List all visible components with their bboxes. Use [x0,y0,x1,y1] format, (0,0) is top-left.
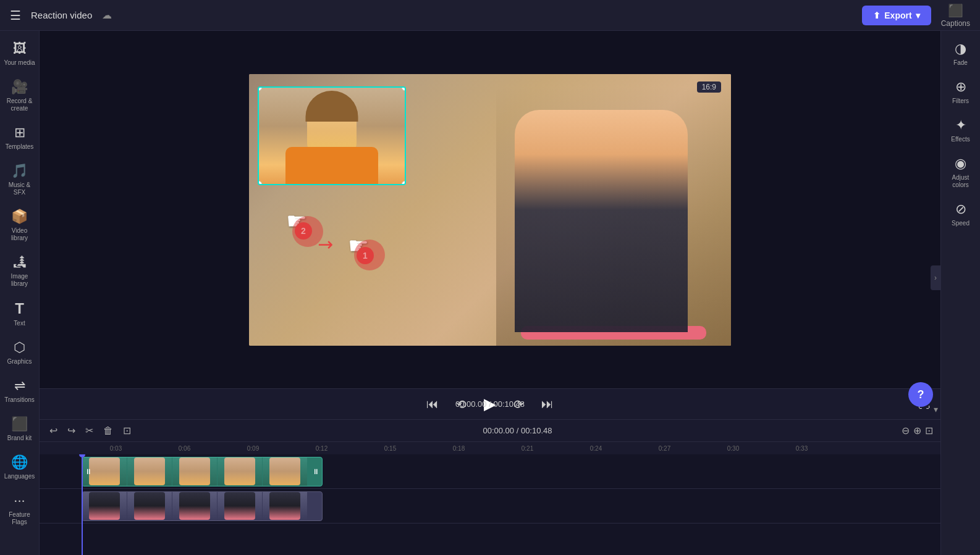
topbar: ☰ Reaction video ☁ ⬆ Export ▾ ⬛ Captions [0,0,980,31]
filters-icon: ⊕ [955,79,966,95]
record-create-icon: 🎥 [11,79,28,95]
reaction-track-row: ⏸ ⏸ [40,454,940,489]
split-button[interactable]: ⊡ [120,424,133,438]
video-canvas: ← ⊡ ⊡ ⊡ ⊡ [249,74,731,346]
sidebar-item-graphics[interactable]: ⬡ Graphics [0,335,39,370]
sidebar-item-label: Feature Flags [2,511,36,526]
playback-bar: ⏮ ⟲ ▶ ⟳ ⏭ 00:00.00 / 00:10.48 ⛶ [40,388,940,419]
sidebar-item-record-create[interactable]: 🎥 Record & create [0,74,39,117]
adjust-colors-icon: ◉ [955,156,966,172]
sidebar-item-templates[interactable]: ⊞ Templates [0,120,39,156]
rewind-button[interactable]: ⟲ [454,394,469,414]
left-sidebar: 🖼 Your media 🎥 Record & create ⊞ Templat… [0,31,40,555]
fast-forward-button[interactable]: ⟳ [511,394,526,414]
sidebar-item-label: Transitions [4,396,35,404]
your-media-icon: 🖼 [13,41,27,57]
ruler-tick: 0:33 [767,445,836,452]
sidebar-item-text[interactable]: T Text [0,295,39,332]
sidebar-item-label: Speed [952,220,969,227]
fitness-track-row [40,489,940,524]
help-button[interactable]: ? [908,382,933,407]
export-label: Export [884,10,911,20]
sidebar-item-label: Music & SFX [2,182,36,196]
sidebar-item-label: Record & create [2,98,36,112]
ruler-tick: 0:09 [219,445,287,452]
undo-button[interactable]: ↩ [47,424,60,438]
skip-to-start-button[interactable]: ⏮ [424,394,441,414]
captions-icon: ⬛ [948,3,963,18]
reaction-clip[interactable]: ⏸ ⏸ [82,457,323,486]
sidebar-item-music-sfx[interactable]: 🎵 Music & SFX [0,158,39,201]
sidebar-item-label: Languages [4,473,35,480]
sidebar-item-label: Fade [953,59,968,67]
zoom-out-button[interactable]: ⊖ [902,425,910,436]
export-button[interactable]: ⬆ Export ▾ [862,6,931,25]
redo-button[interactable]: ↪ [65,424,78,438]
menu-button[interactable]: ☰ [10,8,21,23]
center-content: ← ⊡ ⊡ ⊡ ⊡ [40,31,940,555]
pip-overlay[interactable] [258,86,406,185]
video-preview-area: ← ⊡ ⊡ ⊡ ⊡ [40,31,940,388]
ruler-tick: 0:12 [287,445,356,452]
ruler-tick: 0:18 [425,445,493,452]
sidebar-item-brand-kit[interactable]: ⬛ Brand kit [0,411,39,447]
cloud-save-icon[interactable]: ☁ [102,9,112,21]
ruler-tick: 0:24 [562,445,630,452]
sidebar-item-video-library[interactable]: 📦 Video library [0,204,39,247]
delete-button[interactable]: 🗑 [101,424,116,438]
aspect-ratio-badge[interactable]: 16:9 [697,81,721,93]
sidebar-item-your-media[interactable]: 🖼 Your media [0,36,39,72]
panel-collapse-button[interactable]: › [931,265,940,290]
help-dropdown-icon[interactable]: ▾ [934,404,938,414]
selection-handle-br[interactable] [402,181,406,185]
sidebar-item-languages[interactable]: 🌐 Languages [0,449,39,485]
reaction-track-content[interactable]: ⏸ ⏸ [82,457,940,486]
timeline-toolbar: ↩ ↪ ✂ 🗑 ⊡ 00:00.00 / 00:10.48 ⊖ ⊕ ⊡ [40,420,940,442]
sidebar-item-transitions[interactable]: ⇌ Transitions [0,373,39,409]
sidebar-item-image-library[interactable]: 🏞 Image library [0,249,39,293]
selection-handle-tr[interactable] [402,86,406,91]
sidebar-item-filters[interactable]: ⊕ Filters [941,74,980,110]
sidebar-item-label: Adjust colors [944,174,978,189]
zoom-in-button[interactable]: ⊕ [913,425,921,436]
sidebar-item-fade[interactable]: ◑ Fade [941,36,980,72]
brand-kit-icon: ⬛ [11,416,28,432]
ruler-tick: 0:15 [356,445,425,452]
sidebar-item-label: Effects [951,136,969,143]
sidebar-item-speed[interactable]: ⊘ Speed [941,196,980,232]
ruler-tick: 0:06 [150,445,219,452]
ruler-tick: 0:30 [699,445,767,452]
sidebar-item-feature-flags[interactable]: ··· Feature Flags [0,488,39,531]
timeline-playhead[interactable] [82,454,83,555]
timeline-ruler: 0:03 0:06 0:09 0:12 0:15 0:18 0:21 0:24 … [40,442,940,454]
fitness-track-content[interactable] [82,491,940,521]
pip-video-content [259,88,405,184]
languages-icon: 🌐 [11,454,28,470]
sidebar-item-effects[interactable]: ✦ Effects [941,112,980,148]
sidebar-item-label: Text [14,320,25,327]
play-pause-button[interactable]: ▶ [481,392,499,416]
effects-icon: ✦ [955,117,966,133]
ruler-tick: 0:21 [493,445,562,452]
clip-end-icon: ⏸ [312,467,319,476]
fade-icon: ◑ [955,41,966,57]
cut-button[interactable]: ✂ [83,424,96,438]
fitness-clip[interactable] [82,491,323,521]
clip-frames [82,457,307,486]
sidebar-item-label: Video library [2,227,36,242]
sidebar-item-label: Templates [6,143,34,151]
ruler-tick: 0:03 [82,445,150,452]
sidebar-item-label: Graphics [7,358,32,365]
sidebar-item-adjust-colors[interactable]: ◉ Adjust colors [941,151,980,194]
export-chevron-icon: ▾ [916,10,920,20]
fit-timeline-button[interactable]: ⊡ [925,425,933,436]
sidebar-item-label: Brand kit [7,435,32,442]
clip-frames-fitness [82,492,307,520]
speed-icon: ⊘ [955,201,966,217]
right-sidebar: ◑ Fade ⊕ Filters ✦ Effects ◉ Adjust colo… [940,31,980,555]
main-layout: 🖼 Your media 🎥 Record & create ⊞ Templat… [0,31,980,555]
text-icon: T [15,300,24,317]
timeline-area: ↩ ↪ ✂ 🗑 ⊡ 00:00.00 / 00:10.48 ⊖ ⊕ ⊡ 0:03… [40,419,940,555]
skip-to-end-button[interactable]: ⏭ [539,394,556,414]
captions-button[interactable]: ⬛ Captions [941,3,970,28]
